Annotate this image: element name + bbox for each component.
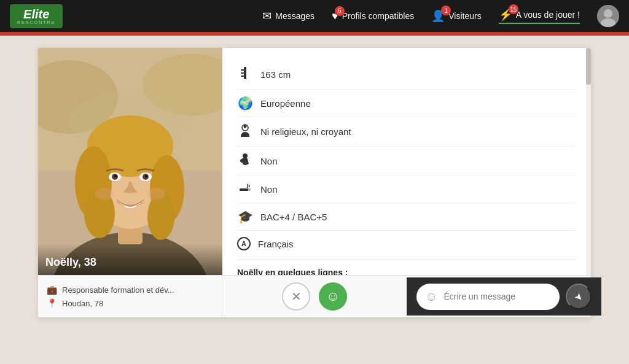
detail-smoking: Non bbox=[237, 176, 576, 203]
visiteurs-icon: 👤 1 bbox=[431, 9, 445, 23]
detail-language: A Français bbox=[237, 231, 576, 257]
location-row: 📍 Houdan, 78 bbox=[47, 296, 213, 310]
card-top: Noëlly, 38 163 cm bbox=[38, 48, 591, 275]
svg-rect-33 bbox=[248, 188, 251, 191]
reject-icon: ✕ bbox=[291, 289, 302, 304]
nav-messages[interactable]: ✉ Messages bbox=[262, 9, 314, 23]
religion-value: Ni religieux, ni croyant bbox=[260, 126, 351, 137]
action-buttons: ✕ ☺ bbox=[222, 282, 407, 311]
send-icon: ➤ bbox=[572, 290, 586, 304]
bio-section: Noëlly en quelques lignes : La différenc… bbox=[237, 268, 576, 275]
children-value: Non bbox=[260, 156, 278, 166]
bio-title: Noëlly en quelques lignes : bbox=[237, 268, 576, 275]
reject-button[interactable]: ✕ bbox=[282, 282, 310, 311]
height-icon bbox=[237, 66, 253, 83]
main-nav: ✉ Messages ♥ 6 Profils compatibles 👤 1 V… bbox=[262, 5, 619, 27]
message-input[interactable] bbox=[443, 292, 551, 301]
education-value: BAC+4 / BAC+5 bbox=[260, 212, 327, 222]
message-emoji-icon: ☺ bbox=[425, 290, 437, 304]
profile-name: Noëlly, 38 bbox=[38, 244, 222, 275]
heart-icon: ♥ 6 bbox=[332, 10, 338, 23]
language-icon: A bbox=[237, 237, 251, 250]
nav-profils[interactable]: ♥ 6 Profils compatibles bbox=[332, 10, 414, 23]
user-avatar[interactable] bbox=[597, 5, 619, 27]
detail-education: 🎓 BAC+4 / BAC+5 bbox=[237, 203, 576, 231]
education-icon: 🎓 bbox=[237, 209, 253, 224]
jouer-icon: ⚡ 15 bbox=[499, 8, 512, 21]
nav-profils-label: Profils compatibles bbox=[342, 11, 415, 21]
avatar-image bbox=[597, 5, 619, 27]
logo-text: Elite bbox=[23, 8, 49, 20]
photo-svg bbox=[38, 48, 222, 275]
profile-details: 163 cm 🌍 Européenne Ni bbox=[222, 48, 591, 275]
message-area: ☺ ➤ bbox=[407, 277, 601, 316]
detail-height: 163 cm bbox=[237, 60, 576, 90]
nav-visiteurs-label: Visiteurs bbox=[448, 11, 481, 21]
left-info: 💼 Responsable formation et dév... 📍 Houd… bbox=[38, 276, 222, 317]
location-value: Houdan, 78 bbox=[62, 299, 103, 308]
svg-point-15 bbox=[147, 193, 174, 240]
detail-children: Non bbox=[237, 147, 576, 176]
nav-messages-label: Messages bbox=[275, 11, 314, 21]
svg-rect-24 bbox=[244, 67, 246, 79]
detail-origin: 🌍 Européenne bbox=[237, 90, 576, 117]
svg-rect-32 bbox=[240, 188, 248, 191]
nav-jouer-label: A vous de jouer ! bbox=[516, 10, 580, 20]
svg-point-31 bbox=[240, 159, 244, 163]
job-value: Responsable formation et dév... bbox=[62, 285, 174, 295]
globe-icon: 🌍 bbox=[237, 96, 253, 110]
scrollbar[interactable] bbox=[586, 48, 591, 275]
messages-icon: ✉ bbox=[262, 9, 272, 23]
origin-value: Européenne bbox=[260, 98, 311, 109]
profile-photo: Noëlly, 38 bbox=[38, 48, 222, 275]
job-icon: 💼 bbox=[47, 285, 57, 295]
send-button[interactable]: ➤ bbox=[566, 284, 592, 309]
card-bottom: 💼 Responsable formation et dév... 📍 Houd… bbox=[38, 275, 591, 317]
accept-button[interactable]: ☺ bbox=[319, 282, 347, 311]
logo-sub: RENCONTRE bbox=[17, 20, 55, 25]
nav-jouer[interactable]: ⚡ 15 A vous de jouer ! bbox=[499, 8, 580, 24]
nav-visiteurs[interactable]: 👤 1 Visiteurs bbox=[431, 9, 481, 23]
children-icon bbox=[237, 153, 253, 169]
main-content: Noëlly, 38 163 cm bbox=[0, 36, 629, 330]
language-value: Français bbox=[258, 239, 294, 249]
smoking-icon bbox=[237, 182, 253, 196]
header: Elite RENCONTRE ✉ Messages ♥ 6 Profils c… bbox=[0, 0, 629, 32]
location-icon: 📍 bbox=[47, 298, 57, 308]
svg-point-21 bbox=[145, 175, 147, 177]
height-value: 163 cm bbox=[260, 69, 291, 80]
svg-point-29 bbox=[244, 125, 247, 128]
smoking-value: Non bbox=[260, 184, 278, 195]
religion-icon bbox=[237, 123, 253, 140]
message-input-wrapper[interactable]: ☺ bbox=[416, 284, 560, 310]
svg-point-20 bbox=[114, 175, 117, 177]
jouer-badge: 15 bbox=[509, 4, 518, 14]
svg-point-1 bbox=[604, 9, 612, 18]
detail-religion: Ni religieux, ni croyant bbox=[237, 117, 576, 147]
svg-point-30 bbox=[243, 153, 248, 158]
svg-point-22 bbox=[95, 188, 114, 200]
logo[interactable]: Elite RENCONTRE bbox=[10, 4, 63, 28]
job-row: 💼 Responsable formation et dév... bbox=[47, 283, 213, 296]
scrollbar-thumb[interactable] bbox=[586, 48, 591, 85]
profile-card: Noëlly, 38 163 cm bbox=[38, 48, 591, 317]
divider bbox=[237, 260, 576, 260]
profils-badge: 6 bbox=[335, 6, 345, 16]
svg-point-23 bbox=[147, 188, 165, 200]
accept-icon: ☺ bbox=[326, 288, 340, 304]
